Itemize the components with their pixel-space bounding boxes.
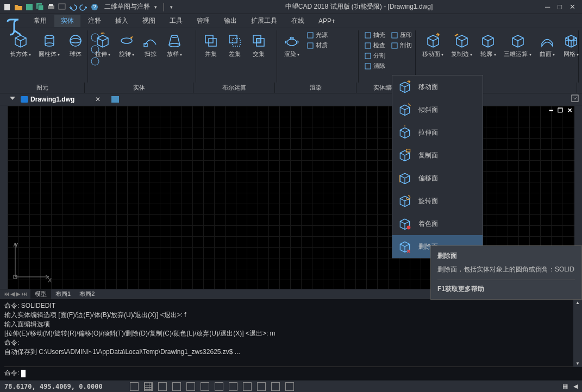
ribbon-btn-surface[interactable]: 曲面 — [536, 30, 559, 60]
dropdown-item-extrudeface[interactable]: 拉伸面 — [392, 121, 483, 144]
new-tab-button[interactable] — [111, 96, 119, 103]
ribbon-tab-1[interactable]: 实体 — [54, 15, 80, 27]
dropdown-item-colorface[interactable]: 着色面 — [392, 212, 483, 235]
nav-last-icon[interactable]: ⏭ — [21, 290, 27, 298]
ribbon-small-chk[interactable]: 检查 — [362, 41, 387, 50]
status-tray-icon[interactable]: ◀ — [573, 383, 578, 390]
ribbon-btn-loft[interactable]: 放样 — [163, 30, 186, 60]
ribbon-tab-2[interactable]: 注释 — [82, 15, 108, 27]
model-toggle[interactable] — [243, 382, 252, 391]
minimize-button[interactable]: ─ — [545, 3, 550, 11]
otrack-toggle[interactable] — [201, 382, 209, 391]
ribbon-btn-moveface[interactable]: 移动面 — [419, 30, 447, 60]
ribbon-btn-union[interactable]: 并集 — [199, 30, 222, 60]
qat-help-icon[interactable]: ? — [90, 3, 99, 11]
extra-toggle-1[interactable] — [271, 382, 280, 391]
workspace-selector[interactable]: 二维草图与注释 — [104, 2, 150, 11]
ribbon-tab-10[interactable]: APP+ — [312, 16, 342, 27]
ribbon-btn-extrude[interactable]: 拉伸 — [91, 30, 114, 60]
ribbon-btn-sweep[interactable]: 扫掠 — [139, 30, 162, 60]
ribbon-group-label: 实体 — [85, 83, 193, 93]
ribbon-tab-5[interactable]: 工具 — [163, 15, 189, 27]
ribbon-small-cl[interactable]: 清除 — [362, 61, 387, 71]
svg-rect-23 — [233, 39, 240, 46]
dropdown-item-moveface[interactable]: 移动面 — [392, 75, 483, 98]
qat-redo-icon[interactable] — [79, 3, 88, 11]
revolve-icon — [118, 33, 135, 49]
command-input-row[interactable]: 命令: — [4, 366, 578, 378]
layout-tab-0[interactable]: 模型 — [30, 289, 51, 299]
viewport-close[interactable]: ✕ — [567, 107, 572, 114]
dyn-toggle[interactable] — [229, 382, 237, 391]
ribbon-tab-6[interactable]: 管理 — [190, 15, 216, 27]
qat-saveall-icon[interactable] — [36, 3, 45, 11]
ribbon-btn-cylinder[interactable]: 圆柱体 — [35, 30, 63, 60]
svg-rect-6 — [59, 4, 65, 9]
teapot-icon — [284, 33, 300, 49]
nav-prev-icon[interactable]: ◀ — [10, 290, 15, 298]
qat-preview-icon[interactable] — [58, 3, 66, 11]
ribbon-small-ball[interactable]: 材质 — [304, 41, 330, 50]
qat-print-icon[interactable] — [47, 3, 55, 11]
qat-open-icon[interactable] — [14, 3, 23, 11]
app-logo-icon[interactable] — [4, 16, 25, 37]
status-config-icon[interactable]: ▦ — [562, 383, 568, 390]
ribbon-small-im[interactable]: 压印 — [389, 30, 414, 40]
moveface-dropdown-menu: 移动面倾斜面拉伸面复制面偏移面旋转面着色面删除面 — [392, 75, 483, 258]
command-window[interactable]: 命令: SOLIDEDIT输入实体编辑选项 [面(F)/边(E)/体(B)/放弃… — [0, 299, 582, 380]
nav-next-icon[interactable]: ▶ — [16, 290, 20, 298]
ribbon-tab-4[interactable]: 视图 — [136, 15, 162, 27]
ribbon-btn-mesh[interactable]: 网格 — [560, 30, 582, 60]
viewport-minimize[interactable]: ━ — [549, 107, 553, 114]
layout-tab-2[interactable]: 布局2 — [75, 289, 99, 299]
nav-first-icon[interactable]: ⏮ — [3, 290, 9, 298]
qat-new-icon[interactable] — [3, 3, 12, 11]
ribbon-tab-7[interactable]: 输出 — [217, 15, 243, 27]
viewport-window-controls: ━ ❐ ✕ — [549, 107, 572, 114]
ortho-toggle[interactable] — [158, 382, 167, 391]
dropdown-item-rotateface[interactable]: 旋转面 — [392, 189, 483, 212]
ribbon-tab-9[interactable]: 在线 — [285, 15, 311, 27]
osnap-toggle[interactable] — [186, 382, 195, 391]
grid-toggle[interactable] — [144, 382, 153, 391]
ribbon-small-sh1[interactable]: 抽壳 — [362, 30, 387, 40]
viewport-restore[interactable]: ❐ — [558, 107, 563, 114]
qat-save-icon[interactable] — [25, 3, 34, 11]
ribbon-small-sun[interactable]: 光源 — [304, 30, 330, 40]
command-scrollbar[interactable]: ▲▼ — [573, 299, 582, 367]
window-title: 中望CAD 2018 试用版 (功能受限) - [Drawing1.dwg] — [173, 2, 545, 11]
maximize-button[interactable]: □ — [558, 3, 562, 11]
snap-toggle[interactable] — [130, 382, 139, 391]
cycle-toggle[interactable] — [257, 382, 266, 391]
ribbon-btn-intersect[interactable]: 交集 — [247, 30, 270, 60]
close-tab-button[interactable]: ✕ — [95, 96, 101, 103]
ribbon-small-sp[interactable]: 分割 — [362, 51, 387, 60]
close-button[interactable]: ✕ — [570, 3, 575, 11]
layout-tab-1[interactable]: 布局1 — [51, 289, 75, 299]
lwt-toggle[interactable] — [215, 382, 223, 391]
dropdown-item-offsetface[interactable]: 偏移面 — [392, 167, 483, 189]
ribbon-btn-sphere[interactable]: 球体 — [64, 30, 87, 60]
svg-rect-5 — [49, 4, 53, 6]
ribbon-tab-8[interactable]: 扩展工具 — [245, 15, 284, 27]
ribbon-btn-3dop[interactable]: 三维运算 — [500, 30, 534, 60]
svg-point-11 — [70, 35, 81, 46]
ribbon-btn-subtract[interactable]: 差集 — [223, 30, 246, 60]
extra-toggle-2[interactable] — [285, 382, 294, 391]
ribbon-tab-0[interactable]: 常用 — [27, 15, 53, 27]
ribbon-btn-profile[interactable]: 轮廓 — [477, 30, 499, 60]
ribbon-btn-label: 放样 — [167, 50, 182, 58]
polar-toggle[interactable] — [172, 382, 181, 391]
document-tab[interactable]: Drawing1.dwg — [16, 94, 79, 104]
command-history-line: [拉伸(E)/移动(M)/旋转(R)/偏移(O)/倾斜(T)/删除(D)/复制(… — [4, 329, 578, 338]
coordinates[interactable]: 78.6170, 495.4069, 0.0000 — [4, 383, 103, 390]
dropdown-item-copyface[interactable]: 复制面 — [392, 144, 483, 167]
dropdown-item-taperface[interactable]: 倾斜面 — [392, 98, 483, 121]
ribbon-small-sl[interactable]: 剖切 — [389, 41, 414, 50]
qat-undo-icon[interactable] — [68, 3, 77, 11]
ribbon-btn-teapot[interactable]: 渲染 — [280, 30, 303, 60]
ribbon-btn-revolve[interactable]: 旋转 — [115, 30, 138, 60]
ribbon-tab-3[interactable]: 插入 — [109, 15, 135, 27]
tab-overflow-icon[interactable] — [571, 94, 579, 102]
ribbon-btn-copyedge[interactable]: 复制边 — [448, 30, 475, 60]
